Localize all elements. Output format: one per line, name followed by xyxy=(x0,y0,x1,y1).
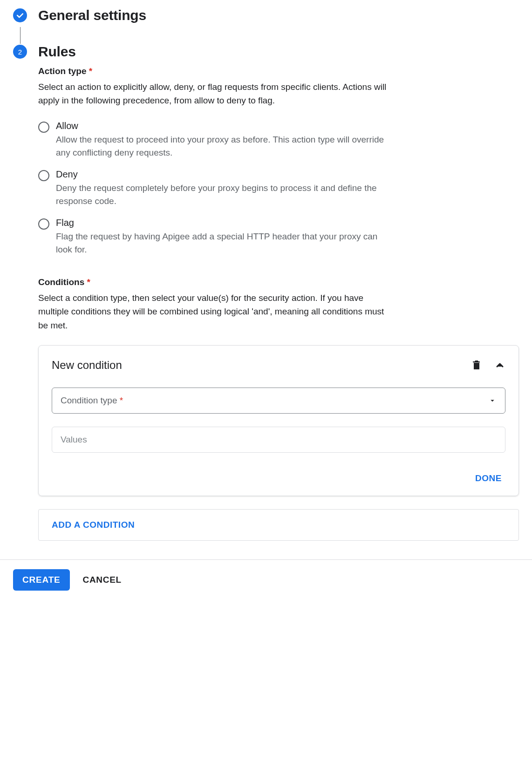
radio-icon[interactable] xyxy=(38,122,49,133)
delete-icon[interactable] xyxy=(471,360,482,371)
values-input[interactable]: Values xyxy=(52,427,505,453)
radio-flag-desc: Flag the request by having Apigee add a … xyxy=(56,230,391,257)
radio-flag[interactable]: Flag Flag the request by having Apigee a… xyxy=(38,218,519,257)
footer-bar: CREATE CANCEL xyxy=(0,559,532,609)
radio-allow-title: Allow xyxy=(56,121,519,131)
svg-rect-2 xyxy=(475,361,478,361)
radio-icon[interactable] xyxy=(38,170,49,181)
condition-type-select[interactable]: Condition type * xyxy=(52,388,505,414)
chevron-up-icon[interactable] xyxy=(494,360,505,371)
action-type-radio-group: Allow Allow the request to proceed into … xyxy=(38,121,519,257)
step-general-settings[interactable]: General settings xyxy=(13,7,519,23)
step-rules: 2 Rules xyxy=(13,44,519,60)
radio-icon[interactable] xyxy=(38,218,49,230)
conditions-label: Conditions * xyxy=(38,277,519,287)
check-icon xyxy=(13,8,27,22)
radio-deny-desc: Deny the request completely before your … xyxy=(56,182,391,208)
svg-rect-0 xyxy=(474,363,479,369)
radio-deny[interactable]: Deny Deny the request completely before … xyxy=(38,169,519,208)
radio-allow[interactable]: Allow Allow the request to proceed into … xyxy=(38,121,519,160)
radio-allow-desc: Allow the request to proceed into your p… xyxy=(56,133,391,160)
svg-rect-1 xyxy=(473,361,480,362)
condition-card: New condition Condition type * xyxy=(38,345,519,496)
create-button[interactable]: CREATE xyxy=(13,569,70,591)
done-button[interactable]: DONE xyxy=(471,471,505,485)
step-1-title: General settings xyxy=(38,7,146,23)
step-connector xyxy=(13,27,27,44)
step-2-badge: 2 xyxy=(13,45,27,59)
cancel-button[interactable]: CANCEL xyxy=(83,575,122,585)
action-type-description: Select an action to explicitly allow, de… xyxy=(38,80,392,108)
condition-card-title: New condition xyxy=(52,359,122,372)
conditions-description: Select a condition type, then select you… xyxy=(38,291,392,332)
radio-deny-title: Deny xyxy=(56,169,519,180)
dropdown-icon xyxy=(488,396,497,405)
step-2-title: Rules xyxy=(38,44,76,60)
action-type-label: Action type * xyxy=(38,66,519,76)
add-condition-button[interactable]: ADD A CONDITION xyxy=(38,509,519,541)
radio-flag-title: Flag xyxy=(56,218,519,228)
